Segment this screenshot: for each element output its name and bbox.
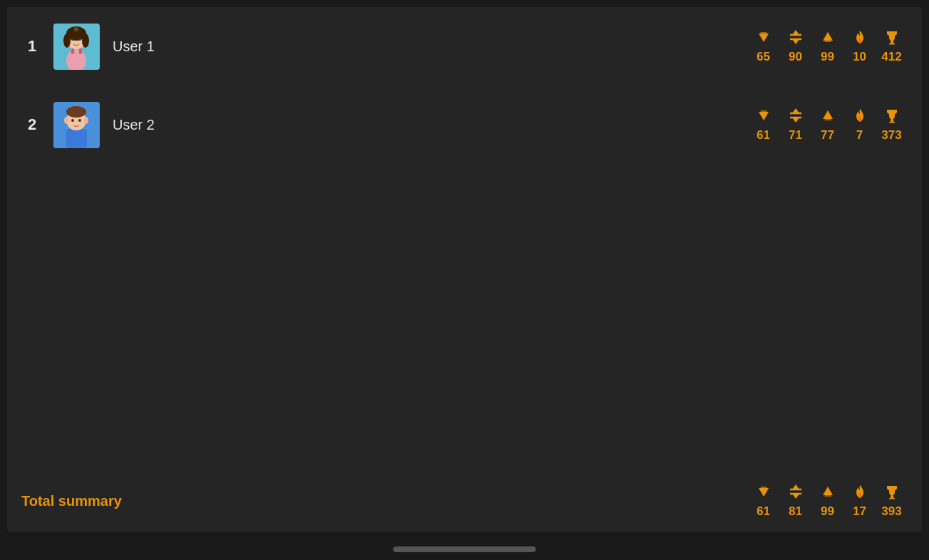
total-balance-icon xyxy=(788,484,804,503)
up-arrow-icon-1 xyxy=(820,29,836,48)
stat-up-1: 99 xyxy=(811,29,844,64)
total-stat-trophy: 393 xyxy=(876,484,908,519)
svg-marker-16 xyxy=(792,39,799,44)
scroll-track[interactable] xyxy=(393,546,536,552)
svg-rect-48 xyxy=(889,498,895,499)
svg-rect-8 xyxy=(71,48,74,54)
stat-trophy-1: 412 xyxy=(876,29,908,64)
stat-down-value-1: 65 xyxy=(757,50,770,64)
stat-flame-value-1: 10 xyxy=(853,50,866,64)
stat-down-1: 65 xyxy=(747,29,779,64)
stat-balance-value-1: 90 xyxy=(789,50,802,64)
total-flame-icon xyxy=(852,484,868,503)
down-arrow-icon-2 xyxy=(756,108,772,127)
svg-point-25 xyxy=(71,119,74,122)
main-panel: 1 xyxy=(7,7,922,532)
stat-balance-value-2: 71 xyxy=(789,128,802,142)
total-stat-flame: 17 xyxy=(844,484,876,519)
balance-icon-2 xyxy=(788,108,804,127)
stat-flame-value-2: 7 xyxy=(856,128,863,142)
username-2: User 2 xyxy=(113,117,747,133)
svg-point-26 xyxy=(78,119,81,122)
total-stat-up-value: 99 xyxy=(821,504,834,519)
svg-rect-47 xyxy=(891,496,893,498)
stats-2: 61 71 xyxy=(747,108,908,142)
total-stat-trophy-value: 393 xyxy=(881,504,901,519)
svg-rect-20 xyxy=(889,43,895,45)
user-row-2: 2 User 2 xyxy=(7,85,922,164)
svg-point-28 xyxy=(84,117,88,124)
rank-2: 2 xyxy=(21,115,43,134)
flame-icon-2 xyxy=(852,108,868,127)
stat-up-value-2: 77 xyxy=(821,128,834,142)
svg-rect-37 xyxy=(891,120,893,122)
stat-flame-2: 7 xyxy=(844,108,876,142)
username-1: User 1 xyxy=(113,38,747,55)
down-arrow-icon-1 xyxy=(756,29,772,48)
stat-down-value-2: 61 xyxy=(757,128,770,142)
svg-rect-38 xyxy=(889,122,895,123)
user-row-1: 1 xyxy=(7,7,922,85)
total-summary-row: Total summary 61 xyxy=(7,477,922,532)
bottom-bar xyxy=(0,539,929,560)
stat-balance-1: 90 xyxy=(779,29,811,64)
trophy-icon-1 xyxy=(884,29,900,48)
total-stat-balance-value: 81 xyxy=(789,504,802,519)
svg-point-27 xyxy=(64,117,68,124)
total-stat-flame-value: 17 xyxy=(853,504,866,519)
stat-trophy-2: 373 xyxy=(876,108,908,142)
balance-icon-1 xyxy=(788,29,804,48)
stat-up-value-1: 99 xyxy=(821,50,834,64)
total-stat-down-value: 61 xyxy=(757,504,770,519)
svg-rect-19 xyxy=(891,41,893,43)
svg-point-10 xyxy=(74,27,78,31)
total-stat-up: 99 xyxy=(811,484,844,519)
up-arrow-icon-2 xyxy=(820,108,836,127)
svg-point-24 xyxy=(66,106,86,118)
flame-icon-1 xyxy=(852,29,868,48)
stat-down-2: 61 xyxy=(747,108,779,142)
avatar-1 xyxy=(53,24,100,70)
svg-point-6 xyxy=(71,38,74,41)
svg-marker-44 xyxy=(792,494,799,499)
svg-point-5 xyxy=(82,33,89,48)
total-stat-down: 61 xyxy=(747,484,779,519)
stat-balance-2: 71 xyxy=(779,108,811,142)
svg-marker-34 xyxy=(792,118,799,123)
svg-marker-15 xyxy=(792,30,799,35)
svg-rect-9 xyxy=(79,48,82,54)
stat-trophy-value-1: 412 xyxy=(881,50,901,64)
stats-1: 65 90 xyxy=(747,29,908,64)
total-stats: 61 81 xyxy=(747,484,908,519)
rank-1: 1 xyxy=(21,37,43,56)
svg-rect-22 xyxy=(66,129,87,148)
total-trophy-icon xyxy=(884,484,900,503)
stat-up-2: 77 xyxy=(811,108,844,142)
total-up-arrow-icon xyxy=(820,484,836,503)
stat-flame-1: 10 xyxy=(844,29,876,64)
total-summary-label: Total summary xyxy=(21,493,747,509)
trophy-icon-2 xyxy=(884,108,900,127)
total-stat-balance: 81 xyxy=(779,484,811,519)
total-down-arrow-icon xyxy=(756,484,772,503)
svg-marker-43 xyxy=(792,484,799,489)
svg-point-7 xyxy=(78,38,81,41)
stat-trophy-value-2: 373 xyxy=(881,128,901,142)
svg-point-4 xyxy=(63,33,71,48)
avatar-2 xyxy=(53,102,100,148)
svg-marker-33 xyxy=(792,108,799,113)
